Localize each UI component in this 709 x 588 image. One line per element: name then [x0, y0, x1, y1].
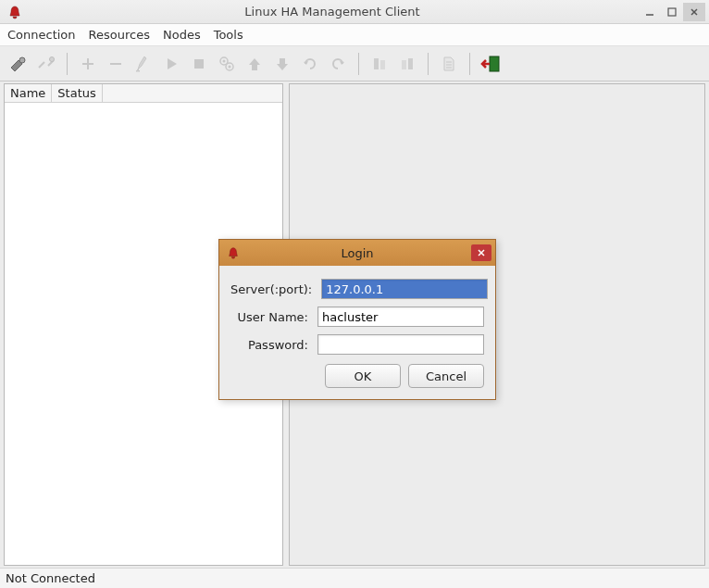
toolbar-separator [469, 53, 470, 75]
window-title: Linux HA Management Client [26, 5, 639, 19]
status-text: Not Connected [6, 571, 95, 585]
stop-button[interactable] [186, 51, 212, 77]
svg-rect-9 [194, 59, 204, 69]
svg-rect-16 [402, 60, 406, 69]
redo-button[interactable] [297, 51, 323, 77]
dialog-title: Login [243, 246, 471, 260]
exit-button[interactable] [478, 51, 504, 77]
username-input[interactable] [317, 307, 484, 327]
svg-point-4 [19, 57, 25, 63]
svg-rect-21 [490, 56, 499, 71]
disconnect-button[interactable] [33, 51, 59, 77]
login-dialog: Login Server(:port): User Name: Password… [218, 239, 496, 400]
dialog-close-button[interactable] [471, 244, 491, 261]
toolbar [0, 46, 709, 81]
password-input[interactable] [317, 334, 484, 355]
menubar: Connection Resources Nodes Tools [0, 24, 709, 46]
start-button[interactable] [158, 51, 184, 77]
move-up-button[interactable] [242, 51, 267, 77]
svg-point-13 [229, 65, 231, 68]
flag1-button[interactable] [367, 51, 392, 77]
dialog-body: Server(:port): User Name: Password: OK C… [219, 266, 495, 399]
tree-col-status[interactable]: Status [52, 84, 102, 102]
menu-connection[interactable]: Connection [7, 28, 76, 42]
toolbar-separator [358, 53, 359, 75]
move-down-button[interactable] [269, 51, 295, 77]
flag2-button[interactable] [394, 51, 420, 77]
app-icon [227, 246, 240, 259]
tree-header: Name Status [5, 84, 282, 103]
ok-button[interactable]: OK [325, 364, 401, 388]
server-label: Server(:port): [230, 282, 321, 296]
remove-button[interactable] [103, 51, 129, 77]
dialog-titlebar[interactable]: Login [219, 240, 495, 266]
undo-button[interactable] [325, 51, 351, 77]
svg-rect-14 [374, 58, 379, 69]
maximize-button[interactable] [661, 3, 683, 21]
close-button[interactable] [683, 3, 705, 21]
username-label: User Name: [230, 310, 317, 324]
add-button[interactable] [75, 51, 101, 77]
cleanup-button[interactable] [131, 51, 156, 77]
toolbar-separator [67, 53, 68, 75]
minimize-button[interactable] [639, 3, 661, 21]
cancel-button[interactable]: Cancel [408, 364, 484, 388]
menu-tools[interactable]: Tools [214, 28, 243, 42]
window-titlebar: Linux HA Management Client [0, 0, 709, 24]
menu-nodes[interactable]: Nodes [163, 28, 201, 42]
menu-resources[interactable]: Resources [89, 28, 150, 42]
document-button[interactable] [436, 51, 462, 77]
tree-col-name[interactable]: Name [5, 84, 52, 102]
app-icon [7, 5, 22, 19]
svg-rect-15 [380, 60, 385, 69]
connect-button[interactable] [6, 51, 31, 77]
svg-point-12 [223, 59, 226, 62]
toolbar-separator [428, 53, 429, 75]
svg-rect-17 [408, 58, 413, 69]
manage-button[interactable] [214, 51, 240, 77]
svg-point-5 [50, 56, 55, 61]
svg-rect-1 [668, 8, 676, 16]
password-label: Password: [230, 338, 317, 352]
statusbar: Not Connected [0, 568, 709, 588]
server-input[interactable] [321, 279, 488, 299]
